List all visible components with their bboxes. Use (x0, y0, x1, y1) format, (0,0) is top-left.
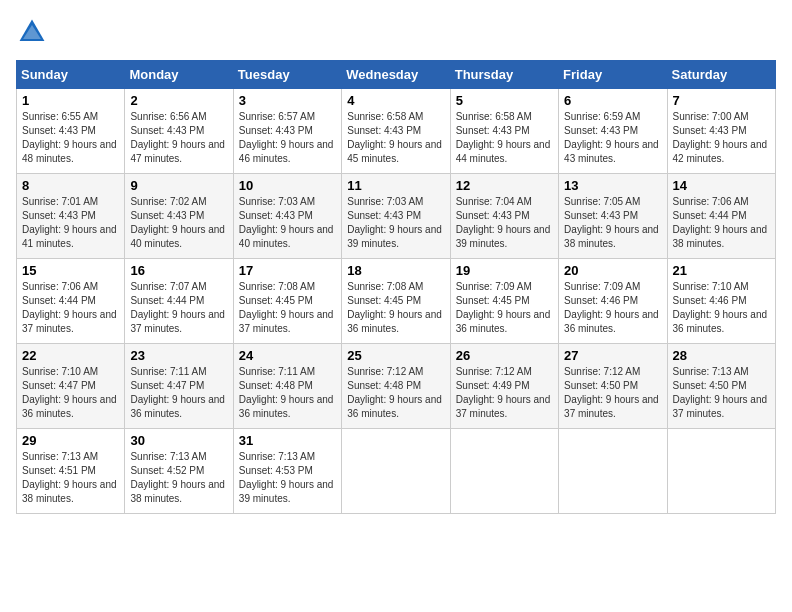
day-number: 28 (673, 348, 770, 363)
calendar: SundayMondayTuesdayWednesdayThursdayFrid… (16, 60, 776, 514)
calendar-cell: 21 Sunrise: 7:10 AM Sunset: 4:46 PM Dayl… (667, 259, 775, 344)
day-number: 24 (239, 348, 336, 363)
calendar-cell: 29 Sunrise: 7:13 AM Sunset: 4:51 PM Dayl… (17, 429, 125, 514)
weekday-header-wednesday: Wednesday (342, 61, 450, 89)
weekday-header-sunday: Sunday (17, 61, 125, 89)
calendar-cell: 1 Sunrise: 6:55 AM Sunset: 4:43 PM Dayli… (17, 89, 125, 174)
calendar-cell: 14 Sunrise: 7:06 AM Sunset: 4:44 PM Dayl… (667, 174, 775, 259)
calendar-cell: 3 Sunrise: 6:57 AM Sunset: 4:43 PM Dayli… (233, 89, 341, 174)
day-number: 4 (347, 93, 444, 108)
calendar-cell: 27 Sunrise: 7:12 AM Sunset: 4:50 PM Dayl… (559, 344, 667, 429)
day-number: 6 (564, 93, 661, 108)
calendar-cell: 8 Sunrise: 7:01 AM Sunset: 4:43 PM Dayli… (17, 174, 125, 259)
day-number: 9 (130, 178, 227, 193)
day-number: 1 (22, 93, 119, 108)
day-number: 22 (22, 348, 119, 363)
calendar-cell: 5 Sunrise: 6:58 AM Sunset: 4:43 PM Dayli… (450, 89, 558, 174)
day-number: 5 (456, 93, 553, 108)
day-info: Sunrise: 7:13 AM Sunset: 4:52 PM Dayligh… (130, 450, 227, 506)
day-number: 8 (22, 178, 119, 193)
day-info: Sunrise: 7:12 AM Sunset: 4:49 PM Dayligh… (456, 365, 553, 421)
calendar-cell: 30 Sunrise: 7:13 AM Sunset: 4:52 PM Dayl… (125, 429, 233, 514)
day-info: Sunrise: 7:12 AM Sunset: 4:48 PM Dayligh… (347, 365, 444, 421)
day-number: 14 (673, 178, 770, 193)
week-row-5: 29 Sunrise: 7:13 AM Sunset: 4:51 PM Dayl… (17, 429, 776, 514)
logo-icon (16, 16, 48, 48)
weekday-header-row: SundayMondayTuesdayWednesdayThursdayFrid… (17, 61, 776, 89)
weekday-header-monday: Monday (125, 61, 233, 89)
calendar-cell: 22 Sunrise: 7:10 AM Sunset: 4:47 PM Dayl… (17, 344, 125, 429)
day-number: 21 (673, 263, 770, 278)
day-info: Sunrise: 6:59 AM Sunset: 4:43 PM Dayligh… (564, 110, 661, 166)
day-number: 12 (456, 178, 553, 193)
calendar-cell: 11 Sunrise: 7:03 AM Sunset: 4:43 PM Dayl… (342, 174, 450, 259)
day-number: 7 (673, 93, 770, 108)
calendar-cell: 15 Sunrise: 7:06 AM Sunset: 4:44 PM Dayl… (17, 259, 125, 344)
day-number: 25 (347, 348, 444, 363)
day-info: Sunrise: 7:03 AM Sunset: 4:43 PM Dayligh… (347, 195, 444, 251)
logo (16, 16, 52, 48)
day-info: Sunrise: 7:09 AM Sunset: 4:45 PM Dayligh… (456, 280, 553, 336)
day-info: Sunrise: 7:12 AM Sunset: 4:50 PM Dayligh… (564, 365, 661, 421)
day-info: Sunrise: 6:57 AM Sunset: 4:43 PM Dayligh… (239, 110, 336, 166)
day-info: Sunrise: 7:06 AM Sunset: 4:44 PM Dayligh… (22, 280, 119, 336)
day-info: Sunrise: 7:06 AM Sunset: 4:44 PM Dayligh… (673, 195, 770, 251)
week-row-1: 1 Sunrise: 6:55 AM Sunset: 4:43 PM Dayli… (17, 89, 776, 174)
day-info: Sunrise: 7:08 AM Sunset: 4:45 PM Dayligh… (347, 280, 444, 336)
calendar-cell: 24 Sunrise: 7:11 AM Sunset: 4:48 PM Dayl… (233, 344, 341, 429)
calendar-cell: 9 Sunrise: 7:02 AM Sunset: 4:43 PM Dayli… (125, 174, 233, 259)
day-info: Sunrise: 7:02 AM Sunset: 4:43 PM Dayligh… (130, 195, 227, 251)
calendar-cell: 18 Sunrise: 7:08 AM Sunset: 4:45 PM Dayl… (342, 259, 450, 344)
day-number: 23 (130, 348, 227, 363)
day-info: Sunrise: 6:58 AM Sunset: 4:43 PM Dayligh… (456, 110, 553, 166)
calendar-cell: 26 Sunrise: 7:12 AM Sunset: 4:49 PM Dayl… (450, 344, 558, 429)
calendar-cell (559, 429, 667, 514)
weekday-header-friday: Friday (559, 61, 667, 89)
day-info: Sunrise: 7:13 AM Sunset: 4:53 PM Dayligh… (239, 450, 336, 506)
day-info: Sunrise: 7:10 AM Sunset: 4:46 PM Dayligh… (673, 280, 770, 336)
page-header (16, 16, 776, 48)
calendar-cell (450, 429, 558, 514)
day-info: Sunrise: 7:11 AM Sunset: 4:48 PM Dayligh… (239, 365, 336, 421)
calendar-cell: 13 Sunrise: 7:05 AM Sunset: 4:43 PM Dayl… (559, 174, 667, 259)
calendar-cell: 17 Sunrise: 7:08 AM Sunset: 4:45 PM Dayl… (233, 259, 341, 344)
day-info: Sunrise: 7:10 AM Sunset: 4:47 PM Dayligh… (22, 365, 119, 421)
calendar-cell: 31 Sunrise: 7:13 AM Sunset: 4:53 PM Dayl… (233, 429, 341, 514)
day-number: 2 (130, 93, 227, 108)
day-info: Sunrise: 6:58 AM Sunset: 4:43 PM Dayligh… (347, 110, 444, 166)
day-number: 10 (239, 178, 336, 193)
calendar-cell: 19 Sunrise: 7:09 AM Sunset: 4:45 PM Dayl… (450, 259, 558, 344)
calendar-cell: 20 Sunrise: 7:09 AM Sunset: 4:46 PM Dayl… (559, 259, 667, 344)
day-number: 13 (564, 178, 661, 193)
day-info: Sunrise: 6:55 AM Sunset: 4:43 PM Dayligh… (22, 110, 119, 166)
week-row-2: 8 Sunrise: 7:01 AM Sunset: 4:43 PM Dayli… (17, 174, 776, 259)
day-info: Sunrise: 7:09 AM Sunset: 4:46 PM Dayligh… (564, 280, 661, 336)
day-number: 3 (239, 93, 336, 108)
day-number: 31 (239, 433, 336, 448)
day-info: Sunrise: 6:56 AM Sunset: 4:43 PM Dayligh… (130, 110, 227, 166)
calendar-cell (667, 429, 775, 514)
calendar-cell (342, 429, 450, 514)
calendar-cell: 4 Sunrise: 6:58 AM Sunset: 4:43 PM Dayli… (342, 89, 450, 174)
day-info: Sunrise: 7:11 AM Sunset: 4:47 PM Dayligh… (130, 365, 227, 421)
day-number: 30 (130, 433, 227, 448)
day-info: Sunrise: 7:04 AM Sunset: 4:43 PM Dayligh… (456, 195, 553, 251)
day-number: 16 (130, 263, 227, 278)
day-number: 29 (22, 433, 119, 448)
week-row-4: 22 Sunrise: 7:10 AM Sunset: 4:47 PM Dayl… (17, 344, 776, 429)
day-number: 17 (239, 263, 336, 278)
calendar-cell: 7 Sunrise: 7:00 AM Sunset: 4:43 PM Dayli… (667, 89, 775, 174)
day-number: 19 (456, 263, 553, 278)
week-row-3: 15 Sunrise: 7:06 AM Sunset: 4:44 PM Dayl… (17, 259, 776, 344)
calendar-cell: 23 Sunrise: 7:11 AM Sunset: 4:47 PM Dayl… (125, 344, 233, 429)
day-info: Sunrise: 7:13 AM Sunset: 4:51 PM Dayligh… (22, 450, 119, 506)
calendar-cell: 28 Sunrise: 7:13 AM Sunset: 4:50 PM Dayl… (667, 344, 775, 429)
calendar-cell: 2 Sunrise: 6:56 AM Sunset: 4:43 PM Dayli… (125, 89, 233, 174)
day-number: 27 (564, 348, 661, 363)
weekday-header-saturday: Saturday (667, 61, 775, 89)
day-info: Sunrise: 7:08 AM Sunset: 4:45 PM Dayligh… (239, 280, 336, 336)
day-info: Sunrise: 7:13 AM Sunset: 4:50 PM Dayligh… (673, 365, 770, 421)
day-number: 20 (564, 263, 661, 278)
day-info: Sunrise: 7:07 AM Sunset: 4:44 PM Dayligh… (130, 280, 227, 336)
weekday-header-thursday: Thursday (450, 61, 558, 89)
